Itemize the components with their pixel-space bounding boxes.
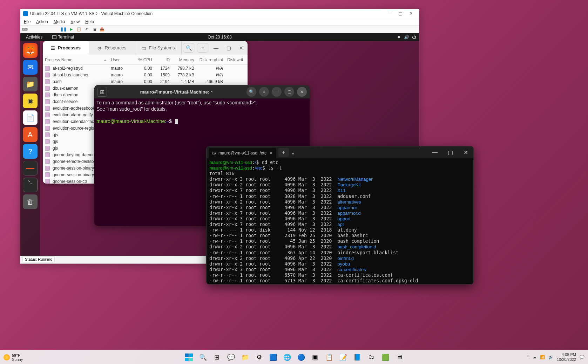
search-button[interactable]: 🔍	[246, 87, 256, 97]
clock[interactable]: 4:08 PM 10/20/2022	[557, 352, 576, 362]
sysmon-column-headers[interactable]: Process Name ⌄ User % CPU ID Memory Disk…	[43, 55, 248, 65]
hyperv-toolbar: ⌨ ❚❚ ▶ 📋 ↶ 🖥 📤	[20, 26, 419, 33]
new-tab-button[interactable]: ⊞	[97, 87, 107, 97]
minimize-button[interactable]: —	[210, 41, 222, 55]
hyperv-title: Ubuntu 22.04 LTS on VM-W11-SSD - Virtual…	[30, 11, 385, 16]
dock-help-icon[interactable]: ?	[23, 144, 38, 159]
tab-dropdown-icon[interactable]: ⌄	[289, 148, 297, 157]
dock-thunderbird-icon[interactable]: ✉	[23, 60, 38, 75]
menu-button[interactable]: ≡	[197, 43, 208, 53]
minimize-button[interactable]: —	[385, 11, 395, 16]
search-button[interactable]: 🔍	[183, 43, 194, 53]
system-tray[interactable]: ˄ ☁ 📶 🔊 4:08 PM 10/20/2022 💬	[527, 352, 584, 362]
checkpoint-button[interactable]: 📋	[76, 26, 82, 33]
tray-chevron-icon[interactable]: ˄	[527, 355, 529, 359]
wifi-icon[interactable]: 📶	[540, 355, 545, 359]
hyperv-icon	[23, 11, 28, 16]
minimize-button[interactable]: —	[272, 87, 282, 97]
table-row[interactable]: at-spi2-registrydmauro0.001724798.7 kBN/…	[43, 65, 248, 71]
datetime[interactable]: Oct 20 16:08	[208, 35, 232, 40]
menu-action[interactable]: Action	[36, 19, 48, 24]
start-button[interactable]	[29, 26, 36, 33]
dock-files-icon[interactable]: 📁	[23, 77, 38, 91]
close-button[interactable]: ✕	[235, 41, 248, 55]
maximize-button[interactable]: ▢	[395, 11, 406, 16]
maximize-button[interactable]: ▢	[222, 41, 235, 55]
status-text: Status: Running	[22, 256, 55, 262]
task-view-icon[interactable]: ⊞	[210, 351, 224, 364]
search-icon[interactable]: 🔍	[196, 351, 210, 364]
dock-trash-icon[interactable]: 🗑	[23, 194, 38, 209]
table-row[interactable]: bashmauro0.0021941.4 MB466.9 kB	[43, 78, 248, 85]
close-button[interactable]: ✕	[458, 146, 473, 158]
volume-icon[interactable]: 🔊	[404, 35, 409, 40]
gterm-header[interactable]: ⊞ mauro@mauro-Virtual-Machine: ~ 🔍 ≡ — ▢…	[94, 85, 310, 98]
wterm-tab[interactable]: ◷ mauro@vm-w11-ssd: /etc ✕	[209, 148, 276, 158]
activities-button[interactable]: Activities	[23, 35, 45, 40]
sun-icon	[4, 354, 10, 360]
terminal-icon[interactable]: ▣	[309, 351, 322, 364]
terminal-body[interactable]: To run a command as administrator (user …	[94, 98, 310, 126]
hyperv-menubar: File Action Media View Help	[20, 18, 419, 26]
stop-button[interactable]	[37, 26, 43, 33]
edge-icon[interactable]: 🌐	[281, 351, 294, 364]
dock-firefox-icon[interactable]: 🦊	[23, 43, 38, 58]
start-button[interactable]	[182, 351, 196, 364]
close-tab-icon[interactable]: ✕	[269, 151, 273, 156]
table-row[interactable]: at-spi-bus-launchermauro0.001509778.2 kB…	[43, 71, 248, 78]
menu-button[interactable]: ≡	[259, 87, 269, 97]
app-icon-6[interactable]: 🟩	[379, 351, 392, 364]
volume-icon[interactable]: 🔊	[548, 355, 553, 359]
app-icon-3[interactable]: 📝	[337, 351, 350, 364]
ctrl-alt-del-icon[interactable]: ⌨	[22, 26, 28, 33]
menu-file[interactable]: File	[24, 19, 31, 24]
notification-icon[interactable]: 💬	[580, 355, 584, 359]
terminal-indicator[interactable]: Terminal	[52, 35, 74, 40]
enhanced-session-button[interactable]: 🖥	[91, 26, 97, 33]
tab-resources[interactable]: ◔Resources	[89, 41, 135, 55]
menu-media[interactable]: Media	[54, 19, 65, 24]
maximize-button[interactable]: ▢	[284, 87, 294, 97]
menu-view[interactable]: View	[70, 19, 80, 24]
tab-filesystems[interactable]: 🖴File Systems	[135, 41, 182, 55]
app-icon[interactable]: 🟦	[266, 351, 280, 364]
hyperv-icon[interactable]: 🖥	[393, 351, 406, 364]
settings-icon[interactable]: ⚙	[252, 351, 266, 364]
app-icon-4[interactable]: 📘	[351, 351, 364, 364]
dock-rhythmbox-icon[interactable]: ◉	[23, 94, 38, 108]
dock-software-icon[interactable]: A	[23, 127, 38, 142]
hyperv-titlebar[interactable]: Ubuntu 22.04 LTS on VM-W11-SSD - Virtual…	[20, 9, 419, 18]
menu-help[interactable]: Help	[85, 19, 94, 24]
share-button[interactable]: 📤	[99, 26, 105, 33]
app-icon-2[interactable]: 📋	[323, 351, 336, 364]
tab-processes[interactable]: ☰Processes	[43, 41, 89, 55]
taskbar-center: 🔍 ⊞ 💬 📁 ⚙ 🟦 🌐 🔵 ▣ 📋 📝 📘 🗂 🟩 🖥	[182, 351, 406, 364]
dock-libreoffice-icon[interactable]: 📄	[23, 110, 38, 125]
widgets-icon[interactable]: 💬	[224, 351, 238, 364]
pause-button[interactable]: ❚❚	[60, 26, 67, 33]
windows-terminal-window: ◷ mauro@vm-w11-ssd: /etc ✕ + ⌄ — ▢ ✕ mau…	[206, 146, 474, 284]
terminal-body[interactable]: mauro@vm-w11-ssd:/$ cd etc mauro@vm-w11-…	[207, 158, 473, 284]
chrome-icon[interactable]: 🔵	[295, 351, 308, 364]
app-icon-5[interactable]: 🗂	[365, 351, 378, 364]
weather-widget[interactable]: 59°F Sunny	[4, 353, 23, 362]
reset-button[interactable]: ▶	[68, 26, 74, 33]
close-button[interactable]: ✕	[406, 11, 416, 16]
power-icon[interactable]: ⏻	[412, 35, 416, 40]
save-button[interactable]	[53, 26, 59, 33]
network-icon[interactable]: ⯁	[397, 35, 401, 40]
maximize-button[interactable]: ▢	[442, 146, 458, 158]
explorer-icon[interactable]: 📁	[238, 351, 252, 364]
dock-apps-icon[interactable]	[23, 211, 38, 226]
shutdown-button[interactable]	[45, 26, 51, 33]
revert-button[interactable]: ↶	[83, 26, 90, 33]
dock-system-monitor-icon[interactable]	[23, 161, 38, 176]
wterm-tabbar[interactable]: ◷ mauro@vm-w11-ssd: /etc ✕ + ⌄ — ▢ ✕	[207, 146, 473, 158]
sort-icon: ⌄	[103, 57, 107, 62]
onedrive-icon[interactable]: ☁	[533, 355, 536, 359]
minimize-button[interactable]: —	[427, 146, 442, 158]
dock-terminal-icon[interactable]: >_	[23, 178, 38, 192]
ubuntu-icon: ◷	[212, 151, 216, 156]
new-tab-button[interactable]: +	[278, 148, 289, 157]
close-button[interactable]: ✕	[297, 87, 307, 97]
